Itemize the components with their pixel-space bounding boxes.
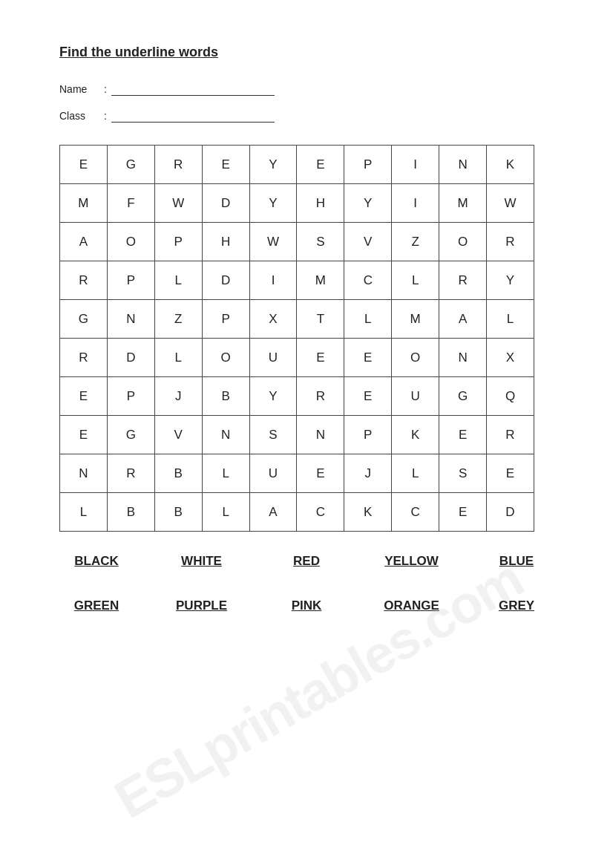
name-input-line[interactable] (111, 82, 275, 96)
grid-cell: P (107, 261, 154, 300)
grid-cell: M (60, 184, 108, 223)
grid-cell: O (202, 339, 249, 377)
grid-cell: L (60, 493, 108, 532)
word-list: BLACKWHITEREDYELLOWBLUE GREENPURPLEPINKO… (59, 554, 554, 613)
grid-cell: Q (487, 377, 534, 416)
word-item: BLUE (487, 554, 546, 569)
grid-cell: I (392, 184, 439, 223)
grid-cell: P (344, 416, 392, 454)
grid-cell: O (392, 339, 439, 377)
grid-cell: U (392, 377, 439, 416)
grid-cell: N (439, 146, 487, 184)
grid-cell: F (107, 184, 154, 223)
grid-cell: W (249, 223, 297, 261)
grid-cell: N (202, 416, 249, 454)
words-row-2: GREENPURPLEPINKORANGEGREY (59, 598, 554, 613)
grid-cell: E (202, 146, 249, 184)
grid-cell: Y (487, 261, 534, 300)
grid-cell: B (107, 493, 154, 532)
grid-cell: Z (392, 223, 439, 261)
grid-cell: W (487, 184, 534, 223)
word-item: YELLOW (382, 554, 442, 569)
grid-cell: E (487, 454, 534, 493)
grid-cell: E (297, 146, 344, 184)
grid-cell: B (154, 493, 202, 532)
grid-cell: R (297, 377, 344, 416)
grid-cell: G (107, 416, 154, 454)
word-item: ORANGE (382, 598, 442, 613)
grid-cell: A (249, 493, 297, 532)
grid-cell: T (297, 300, 344, 339)
grid-cell: L (344, 300, 392, 339)
grid-cell: R (60, 339, 108, 377)
grid-cell: P (344, 146, 392, 184)
grid-cell: X (487, 339, 534, 377)
grid-cell: L (392, 454, 439, 493)
grid-cell: E (297, 454, 344, 493)
grid-cell: Y (344, 184, 392, 223)
grid-cell: D (202, 184, 249, 223)
word-search-grid: EGREYEPINKMFWDYHYIMWAOPHWSVZORRPLDIMCLRY… (59, 145, 554, 532)
grid-cell: R (154, 146, 202, 184)
grid-cell: L (154, 339, 202, 377)
grid-cell: C (392, 493, 439, 532)
grid-cell: E (297, 339, 344, 377)
grid-cell: E (60, 146, 108, 184)
grid-cell: P (154, 223, 202, 261)
grid-cell: Y (249, 377, 297, 416)
grid-cell: O (439, 223, 487, 261)
grid-cell: G (107, 146, 154, 184)
class-input-line[interactable] (111, 109, 275, 123)
grid-cell: E (344, 377, 392, 416)
grid-cell: K (392, 416, 439, 454)
word-item: PURPLE (172, 598, 232, 613)
name-colon: : (104, 83, 107, 95)
grid-cell: P (202, 300, 249, 339)
grid-cell: Y (249, 146, 297, 184)
grid-cell: E (344, 339, 392, 377)
grid-cell: D (487, 493, 534, 532)
grid-cell: C (297, 493, 344, 532)
grid-cell: L (202, 454, 249, 493)
grid-cell: N (439, 339, 487, 377)
grid-cell: N (297, 416, 344, 454)
grid-cell: N (107, 300, 154, 339)
grid-cell: I (249, 261, 297, 300)
grid-cell: R (439, 261, 487, 300)
grid-cell: X (249, 300, 297, 339)
grid-cell: R (60, 261, 108, 300)
grid-cell: Z (154, 300, 202, 339)
grid-cell: V (154, 416, 202, 454)
grid-cell: D (202, 261, 249, 300)
grid-cell: E (439, 493, 487, 532)
grid-cell: P (107, 377, 154, 416)
grid-cell: S (297, 223, 344, 261)
grid-cell: L (154, 261, 202, 300)
grid-cell: O (107, 223, 154, 261)
grid-cell: E (60, 377, 108, 416)
grid-cell: H (297, 184, 344, 223)
class-label: Class (59, 110, 104, 122)
grid-cell: J (154, 377, 202, 416)
grid-cell: K (344, 493, 392, 532)
words-row-1: BLACKWHITEREDYELLOWBLUE (59, 554, 554, 569)
grid-cell: R (487, 416, 534, 454)
grid-cell: S (249, 416, 297, 454)
word-item: PINK (277, 598, 336, 613)
grid-cell: L (392, 261, 439, 300)
grid-cell: B (202, 377, 249, 416)
word-item: GREY (487, 598, 546, 613)
grid-cell: M (392, 300, 439, 339)
grid-cell: L (487, 300, 534, 339)
grid-cell: B (154, 454, 202, 493)
name-label: Name (59, 83, 104, 95)
grid-cell: J (344, 454, 392, 493)
grid-cell: I (392, 146, 439, 184)
grid-cell: K (487, 146, 534, 184)
grid-cell: V (344, 223, 392, 261)
grid-cell: G (439, 377, 487, 416)
grid-cell: H (202, 223, 249, 261)
class-colon: : (104, 110, 107, 122)
grid-cell: S (439, 454, 487, 493)
grid-cell: M (439, 184, 487, 223)
